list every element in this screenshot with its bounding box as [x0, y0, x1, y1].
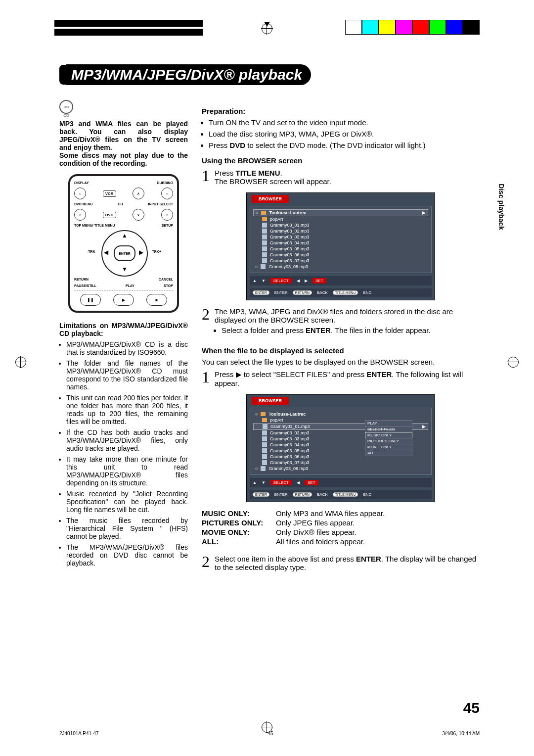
- registration-mark-right: [507, 356, 519, 368]
- footer-right: 3/4/06, 10:44 AM: [442, 731, 480, 736]
- limitations-heading: Limitations on MP3/WMA/JPEG/DivX® CD pla…: [59, 322, 188, 337]
- when-heading: When the file to be displayed is selecte…: [202, 346, 480, 355]
- registration-mark-top: [261, 23, 273, 35]
- browser-heading: Using the BROWSER screen: [202, 156, 480, 165]
- page-title-bar: MP3/WMA/JPEG/DivX® playback: [59, 64, 480, 85]
- side-tab: Disc playback: [497, 184, 505, 230]
- content-area: MP3/WMA/JPEG/DivX® playback disc MP3 and…: [59, 64, 480, 707]
- file-type-definitions: MUSIC ONLY:Only MP3 and WMA files appear…: [202, 509, 480, 546]
- print-black-bars: [54, 20, 203, 27]
- cd-icon: disc: [59, 100, 73, 114]
- step-1-select: 1 Press ▶ to select "SELECT FILES" and p…: [202, 370, 480, 387]
- footer: 2J40101A P41-47 45 3/4/06, 10:44 AM: [59, 731, 480, 736]
- browser-screenshot-1: BROWSER ○Toulouse-Lautrec▶ popArt Grammy…: [246, 192, 435, 300]
- print-color-bars: [345, 20, 480, 35]
- remote-diagram: DISPLAYDUBBING ○VCR∧○ DVD MENUCHINPUT SE…: [68, 174, 179, 313]
- limitations-list: MP3/WMA/JPEG/DivX® CD is a disc that is …: [66, 340, 188, 567]
- when-intro: You can select the file types to be disp…: [202, 358, 480, 366]
- page-number: 45: [463, 700, 480, 716]
- browser-screenshot-2: BROWSER ○Toulouse-Lautrec popArt Grammy0…: [246, 394, 435, 502]
- footer-mid: 45: [267, 731, 273, 736]
- page-title: MP3/WMA/JPEG/DivX® playback: [66, 64, 311, 85]
- step-1-browser: 1 Press TITLE MENU.The BROWSER screen wi…: [202, 169, 480, 186]
- step-2-select: 2 Select one item in the above list and …: [202, 555, 480, 571]
- footer-left: 2J40101A P41-47: [59, 731, 99, 736]
- preparation-list: Turn ON the TV and set to the video inpu…: [209, 118, 480, 149]
- step-2-browser: 2 The MP3, WMA, JPEG and DivX® files and…: [202, 307, 480, 339]
- registration-mark-left: [15, 356, 27, 368]
- intro-text: MP3 and WMA files can be played back. Yo…: [59, 120, 188, 167]
- preparation-heading: Preparation:: [202, 107, 480, 115]
